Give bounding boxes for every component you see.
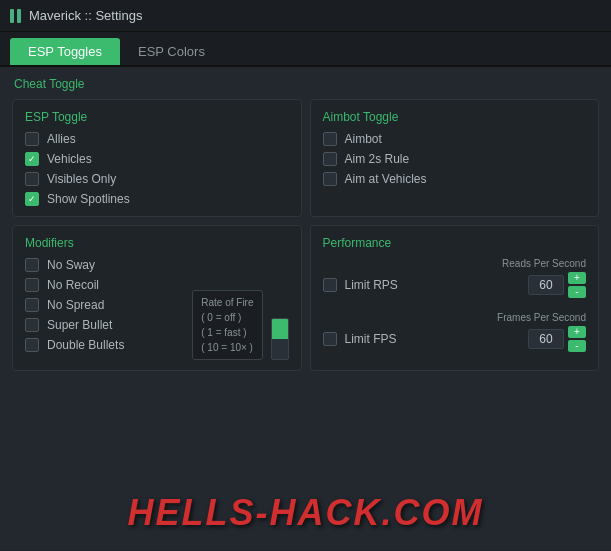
no-recoil-checkbox[interactable] — [25, 278, 39, 292]
modifiers-panel: Modifiers No Sway No Recoil No Spread Su… — [12, 225, 302, 371]
rps-row: Limit RPS + - — [323, 272, 587, 298]
list-item: Aim at Vehicles — [323, 172, 587, 186]
fps-decrement-button[interactable]: - — [568, 340, 586, 352]
fps-value-input[interactable] — [528, 329, 564, 349]
fps-stepper-buttons: + - — [568, 326, 586, 352]
double-bullets-label: Double Bullets — [47, 338, 124, 352]
performance-title: Performance — [323, 236, 587, 250]
no-spread-checkbox[interactable] — [25, 298, 39, 312]
super-bullet-checkbox[interactable] — [25, 318, 39, 332]
rps-left: Limit RPS — [323, 278, 398, 292]
aim2s-checkbox[interactable] — [323, 152, 337, 166]
tab-bar: ESP Toggles ESP Colors — [0, 32, 611, 67]
panel-grid: ESP Toggle Allies Vehicles Visibles Only… — [12, 99, 599, 371]
aim-vehicles-checkbox[interactable] — [323, 172, 337, 186]
aim2s-label: Aim 2s Rule — [345, 152, 410, 166]
rof-title: Rate of Fire — [201, 295, 253, 310]
maverick-icon — [10, 9, 21, 23]
no-sway-checkbox[interactable] — [25, 258, 39, 272]
section-cheat-toggle: Cheat Toggle — [12, 77, 599, 91]
rps-stepper: + - — [528, 272, 586, 298]
list-item: Aim 2s Rule — [323, 152, 587, 166]
window-title: Maverick :: Settings — [29, 8, 142, 23]
modifiers-title: Modifiers — [25, 236, 289, 250]
fps-left: Limit FPS — [323, 332, 397, 346]
rps-section: Reads Per Second Limit RPS + - — [323, 258, 587, 298]
no-sway-label: No Sway — [47, 258, 95, 272]
fps-section: Frames Per Second Limit FPS + - — [323, 312, 587, 352]
limit-fps-label: Limit FPS — [345, 332, 397, 346]
aimbot-toggle-title: Aimbot Toggle — [323, 110, 587, 124]
rps-stepper-buttons: + - — [568, 272, 586, 298]
vehicles-label: Vehicles — [47, 152, 92, 166]
rof-line1: ( 0 = off ) — [201, 310, 253, 325]
vehicles-checkbox[interactable] — [25, 152, 39, 166]
rof-slider[interactable] — [271, 318, 289, 360]
fps-sublabel: Frames Per Second — [323, 312, 587, 323]
limit-fps-checkbox[interactable] — [323, 332, 337, 346]
list-item: Visibles Only — [25, 172, 289, 186]
rps-sublabel: Reads Per Second — [323, 258, 587, 269]
show-spotlines-label: Show Spotlines — [47, 192, 130, 206]
fps-row: Limit FPS + - — [323, 326, 587, 352]
main-content: Cheat Toggle ESP Toggle Allies Vehicles … — [0, 67, 611, 550]
list-item: Show Spotlines — [25, 192, 289, 206]
show-spotlines-checkbox[interactable] — [25, 192, 39, 206]
list-item: Aimbot — [323, 132, 587, 146]
fps-stepper: + - — [528, 326, 586, 352]
no-spread-label: No Spread — [47, 298, 104, 312]
aim-vehicles-label: Aim at Vehicles — [345, 172, 427, 186]
tab-esp-colors[interactable]: ESP Colors — [120, 38, 223, 65]
tab-esp-toggles[interactable]: ESP Toggles — [10, 38, 120, 65]
esp-toggle-title: ESP Toggle — [25, 110, 289, 124]
performance-panel: Performance Reads Per Second Limit RPS +… — [310, 225, 600, 371]
visibles-only-checkbox[interactable] — [25, 172, 39, 186]
title-bar: Maverick :: Settings — [0, 0, 611, 32]
double-bullets-checkbox[interactable] — [25, 338, 39, 352]
rof-slider-container — [267, 318, 289, 360]
rps-increment-button[interactable]: + — [568, 272, 586, 284]
aimbot-label: Aimbot — [345, 132, 382, 146]
no-recoil-label: No Recoil — [47, 278, 99, 292]
rps-decrement-button[interactable]: - — [568, 286, 586, 298]
rps-value-input[interactable] — [528, 275, 564, 295]
allies-checkbox[interactable] — [25, 132, 39, 146]
list-item: Allies — [25, 132, 289, 146]
watermark-text: HELLS-HACK.COM — [128, 492, 484, 534]
rof-line3: ( 10 = 10× ) — [201, 340, 253, 355]
list-item: No Sway — [25, 258, 289, 272]
rate-of-fire-tooltip: Rate of Fire ( 0 = off ) ( 1 = fast ) ( … — [192, 290, 262, 360]
aimbot-toggle-panel: Aimbot Toggle Aimbot Aim 2s Rule Aim at … — [310, 99, 600, 217]
fps-increment-button[interactable]: + — [568, 326, 586, 338]
super-bullet-label: Super Bullet — [47, 318, 112, 332]
limit-rps-checkbox[interactable] — [323, 278, 337, 292]
list-item: Vehicles — [25, 152, 289, 166]
allies-label: Allies — [47, 132, 76, 146]
esp-toggle-panel: ESP Toggle Allies Vehicles Visibles Only… — [12, 99, 302, 217]
visibles-only-label: Visibles Only — [47, 172, 116, 186]
rof-line2: ( 1 = fast ) — [201, 325, 253, 340]
limit-rps-label: Limit RPS — [345, 278, 398, 292]
aimbot-checkbox[interactable] — [323, 132, 337, 146]
